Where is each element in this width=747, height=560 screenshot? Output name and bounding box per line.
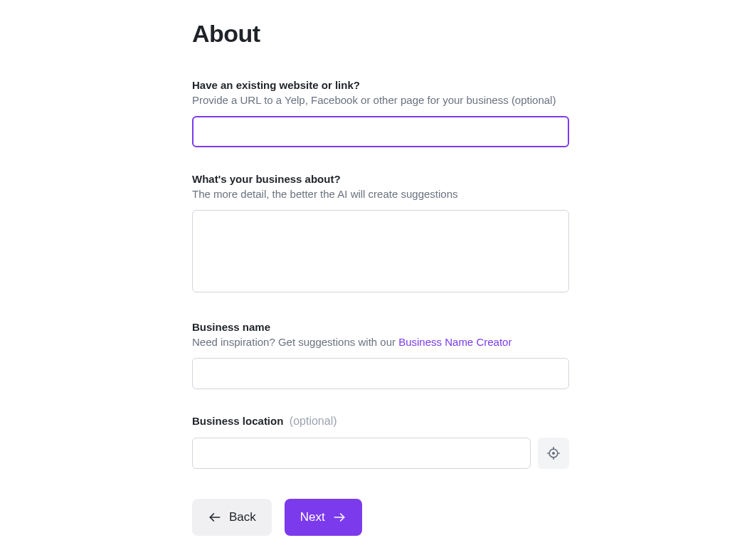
location-optional-tag: (optional): [290, 415, 337, 427]
about-label: What's your business about?: [192, 173, 569, 185]
business-name-help-text: Need inspiration? Get suggestions with o…: [192, 336, 398, 348]
business-name-creator-link[interactable]: Business Name Creator: [398, 336, 512, 348]
business-name-label: Business name: [192, 321, 569, 333]
crosshair-icon: [546, 446, 561, 460]
business-name-help: Need inspiration? Get suggestions with o…: [192, 336, 569, 348]
back-button-label: Back: [229, 510, 256, 524]
website-input[interactable]: [192, 116, 569, 147]
svg-point-1: [553, 453, 555, 455]
arrow-right-icon: [332, 510, 346, 524]
about-textarea[interactable]: [192, 210, 569, 292]
nav-row: Back Next: [192, 499, 569, 536]
location-input[interactable]: [192, 438, 531, 469]
business-name-input[interactable]: [192, 358, 569, 389]
next-button-label: Next: [300, 510, 325, 524]
geolocate-button[interactable]: [538, 438, 569, 469]
page-title: About: [192, 20, 569, 48]
location-field-group: Business location (optional): [192, 415, 569, 469]
about-help: The more detail, the better the AI will …: [192, 188, 569, 200]
business-name-field-group: Business name Need inspiration? Get sugg…: [192, 321, 569, 389]
next-button[interactable]: Next: [285, 499, 362, 536]
website-help: Provide a URL to a Yelp, Facebook or oth…: [192, 94, 569, 106]
about-field-group: What's your business about? The more det…: [192, 173, 569, 295]
location-label: Business location: [192, 415, 283, 427]
back-button[interactable]: Back: [192, 499, 272, 536]
arrow-left-icon: [208, 510, 222, 524]
website-field-group: Have an existing website or link? Provid…: [192, 79, 569, 147]
website-label: Have an existing website or link?: [192, 79, 569, 91]
